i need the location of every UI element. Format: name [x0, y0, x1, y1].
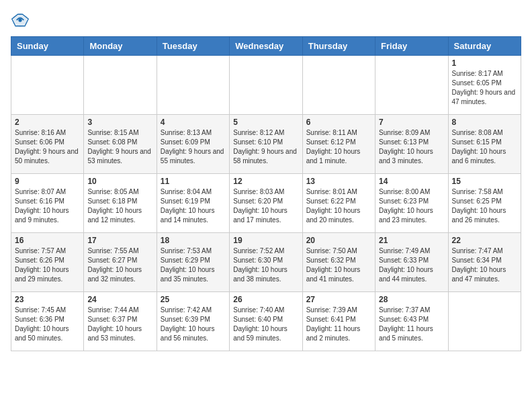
day-info: Sunrise: 7:42 AM Sunset: 6:39 PM Dayligh… — [161, 306, 226, 343]
day-number: 4 — [161, 118, 226, 127]
day-number: 7 — [379, 118, 444, 127]
calendar-cell: 25Sunrise: 7:42 AM Sunset: 6:39 PM Dayli… — [157, 292, 229, 351]
calendar-cell: 1Sunrise: 8:17 AM Sunset: 6:05 PM Daylig… — [448, 56, 521, 115]
calendar-cell: 21Sunrise: 7:49 AM Sunset: 6:33 PM Dayli… — [375, 233, 448, 292]
day-info: Sunrise: 8:17 AM Sunset: 6:05 PM Dayligh… — [452, 69, 517, 107]
day-info: Sunrise: 7:53 AM Sunset: 6:29 PM Dayligh… — [161, 246, 226, 284]
day-number: 20 — [306, 236, 371, 245]
calendar-cell: 4Sunrise: 8:13 AM Sunset: 6:09 PM Daylig… — [157, 115, 229, 174]
day-number: 14 — [379, 177, 444, 186]
day-number: 5 — [233, 118, 298, 127]
logo-icon — [11, 11, 30, 30]
day-info: Sunrise: 8:11 AM Sunset: 6:12 PM Dayligh… — [306, 128, 371, 166]
day-number: 2 — [15, 118, 80, 127]
day-number: 3 — [87, 118, 152, 127]
column-header-monday: Monday — [84, 37, 157, 56]
week-row-2: 2Sunrise: 8:16 AM Sunset: 6:06 PM Daylig… — [11, 115, 521, 174]
calendar-cell — [157, 56, 229, 115]
column-header-friday: Friday — [375, 37, 448, 56]
day-info: Sunrise: 7:37 AM Sunset: 6:43 PM Dayligh… — [379, 306, 444, 343]
day-info: Sunrise: 7:49 AM Sunset: 6:33 PM Dayligh… — [379, 246, 444, 284]
calendar-cell: 16Sunrise: 7:57 AM Sunset: 6:26 PM Dayli… — [11, 233, 84, 292]
day-info: Sunrise: 7:52 AM Sunset: 6:30 PM Dayligh… — [233, 246, 298, 284]
day-number: 11 — [161, 177, 226, 186]
calendar-cell — [84, 56, 157, 115]
day-number: 15 — [452, 177, 517, 186]
svg-point-2 — [18, 18, 21, 21]
day-number: 24 — [87, 295, 152, 304]
day-number: 6 — [306, 118, 371, 127]
calendar-cell — [448, 292, 521, 351]
calendar-cell: 2Sunrise: 8:16 AM Sunset: 6:06 PM Daylig… — [11, 115, 84, 174]
calendar-header-row: SundayMondayTuesdayWednesdayThursdayFrid… — [11, 37, 521, 56]
week-row-3: 9Sunrise: 8:07 AM Sunset: 6:16 PM Daylig… — [11, 174, 521, 233]
day-number: 17 — [87, 236, 152, 245]
calendar-cell: 17Sunrise: 7:55 AM Sunset: 6:27 PM Dayli… — [84, 233, 157, 292]
day-info: Sunrise: 8:09 AM Sunset: 6:13 PM Dayligh… — [379, 128, 444, 166]
day-info: Sunrise: 8:01 AM Sunset: 6:22 PM Dayligh… — [306, 187, 371, 225]
day-number: 1 — [452, 58, 517, 68]
day-number: 9 — [15, 177, 80, 186]
day-info: Sunrise: 8:15 AM Sunset: 6:08 PM Dayligh… — [87, 128, 152, 166]
day-info: Sunrise: 7:55 AM Sunset: 6:27 PM Dayligh… — [87, 246, 152, 284]
day-info: Sunrise: 8:07 AM Sunset: 6:16 PM Dayligh… — [15, 187, 80, 225]
calendar-cell: 5Sunrise: 8:12 AM Sunset: 6:10 PM Daylig… — [230, 115, 302, 174]
day-number: 26 — [233, 295, 298, 304]
calendar-cell: 10Sunrise: 8:05 AM Sunset: 6:18 PM Dayli… — [84, 174, 157, 233]
day-info: Sunrise: 7:39 AM Sunset: 6:41 PM Dayligh… — [306, 306, 371, 343]
day-number: 8 — [452, 118, 517, 127]
day-info: Sunrise: 7:47 AM Sunset: 6:34 PM Dayligh… — [452, 246, 517, 284]
day-info: Sunrise: 8:16 AM Sunset: 6:06 PM Dayligh… — [15, 128, 80, 166]
day-info: Sunrise: 7:50 AM Sunset: 6:32 PM Dayligh… — [306, 246, 371, 284]
day-info: Sunrise: 8:08 AM Sunset: 6:15 PM Dayligh… — [452, 128, 517, 166]
day-number: 12 — [233, 177, 298, 186]
day-info: Sunrise: 8:05 AM Sunset: 6:18 PM Dayligh… — [87, 187, 152, 225]
calendar-cell: 11Sunrise: 8:04 AM Sunset: 6:19 PM Dayli… — [157, 174, 229, 233]
week-row-1: 1Sunrise: 8:17 AM Sunset: 6:05 PM Daylig… — [11, 56, 521, 115]
calendar-cell — [375, 56, 448, 115]
day-info: Sunrise: 8:13 AM Sunset: 6:09 PM Dayligh… — [161, 128, 226, 166]
calendar-table: SundayMondayTuesdayWednesdayThursdayFrid… — [11, 36, 521, 351]
calendar-cell: 13Sunrise: 8:01 AM Sunset: 6:22 PM Dayli… — [302, 174, 375, 233]
calendar-cell: 15Sunrise: 7:58 AM Sunset: 6:25 PM Dayli… — [448, 174, 521, 233]
calendar-cell: 3Sunrise: 8:15 AM Sunset: 6:08 PM Daylig… — [84, 115, 157, 174]
calendar-cell: 9Sunrise: 8:07 AM Sunset: 6:16 PM Daylig… — [11, 174, 84, 233]
day-number: 21 — [379, 236, 444, 245]
week-row-4: 16Sunrise: 7:57 AM Sunset: 6:26 PM Dayli… — [11, 233, 521, 292]
day-number: 23 — [15, 295, 80, 304]
day-number: 27 — [306, 295, 371, 304]
calendar-cell: 18Sunrise: 7:53 AM Sunset: 6:29 PM Dayli… — [157, 233, 229, 292]
day-info: Sunrise: 7:57 AM Sunset: 6:26 PM Dayligh… — [15, 246, 80, 284]
calendar-cell: 20Sunrise: 7:50 AM Sunset: 6:32 PM Dayli… — [302, 233, 375, 292]
calendar-cell: 8Sunrise: 8:08 AM Sunset: 6:15 PM Daylig… — [448, 115, 521, 174]
day-number: 19 — [233, 236, 298, 245]
calendar-cell: 27Sunrise: 7:39 AM Sunset: 6:41 PM Dayli… — [302, 292, 375, 351]
column-header-sunday: Sunday — [11, 37, 84, 56]
day-info: Sunrise: 8:00 AM Sunset: 6:23 PM Dayligh… — [379, 187, 444, 225]
day-info: Sunrise: 8:03 AM Sunset: 6:20 PM Dayligh… — [233, 187, 298, 225]
calendar-cell: 7Sunrise: 8:09 AM Sunset: 6:13 PM Daylig… — [375, 115, 448, 174]
day-info: Sunrise: 7:45 AM Sunset: 6:36 PM Dayligh… — [15, 306, 80, 343]
page-header — [11, 11, 521, 30]
calendar-cell: 24Sunrise: 7:44 AM Sunset: 6:37 PM Dayli… — [84, 292, 157, 351]
day-number: 13 — [306, 177, 371, 186]
calendar-cell: 6Sunrise: 8:11 AM Sunset: 6:12 PM Daylig… — [302, 115, 375, 174]
day-number: 25 — [161, 295, 226, 304]
calendar-cell — [11, 56, 84, 115]
calendar-cell: 26Sunrise: 7:40 AM Sunset: 6:40 PM Dayli… — [230, 292, 302, 351]
column-header-thursday: Thursday — [302, 37, 375, 56]
column-header-tuesday: Tuesday — [157, 37, 229, 56]
day-info: Sunrise: 7:58 AM Sunset: 6:25 PM Dayligh… — [452, 187, 517, 225]
calendar-cell: 19Sunrise: 7:52 AM Sunset: 6:30 PM Dayli… — [230, 233, 302, 292]
column-header-wednesday: Wednesday — [230, 37, 302, 56]
calendar-cell — [230, 56, 302, 115]
day-number: 18 — [161, 236, 226, 245]
day-info: Sunrise: 7:44 AM Sunset: 6:37 PM Dayligh… — [87, 306, 152, 343]
day-number: 10 — [87, 177, 152, 186]
calendar-cell: 28Sunrise: 7:37 AM Sunset: 6:43 PM Dayli… — [375, 292, 448, 351]
logo — [11, 11, 32, 30]
calendar-cell: 14Sunrise: 8:00 AM Sunset: 6:23 PM Dayli… — [375, 174, 448, 233]
day-number: 16 — [15, 236, 80, 245]
calendar-cell: 22Sunrise: 7:47 AM Sunset: 6:34 PM Dayli… — [448, 233, 521, 292]
calendar-cell: 23Sunrise: 7:45 AM Sunset: 6:36 PM Dayli… — [11, 292, 84, 351]
